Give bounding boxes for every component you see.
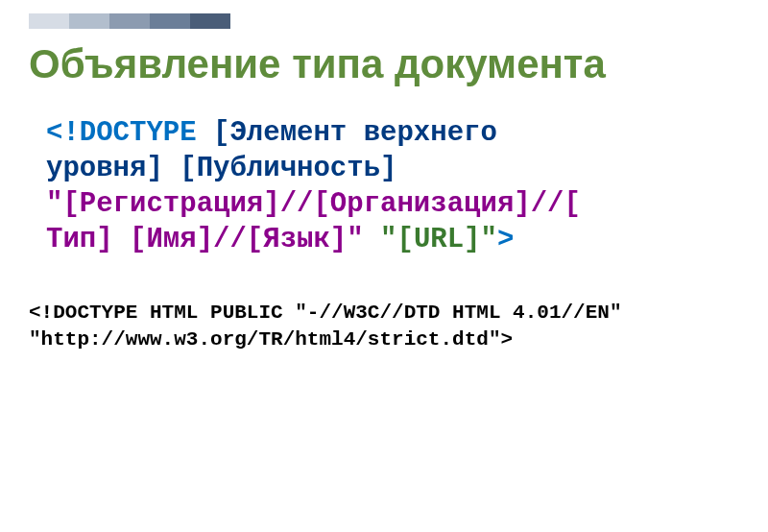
sp — [364, 224, 380, 255]
accent-seg-5 — [190, 13, 230, 29]
slide: Объявление типа документа <!DOCTYPE [Эле… — [0, 0, 768, 532]
accent-seg-1 — [29, 13, 69, 29]
sp — [113, 224, 130, 255]
syntax-type: Тип] — [46, 224, 113, 255]
syntax-top-element-1: [Элемент верхнего — [213, 117, 497, 149]
syntax-quote-close: " — [347, 224, 363, 255]
accent-seg-3 — [109, 13, 150, 29]
accent-seg-2 — [69, 13, 109, 29]
syntax-gt: > — [497, 224, 514, 255]
syntax-top-element-2: уровня] — [46, 153, 163, 184]
accent-seg-4 — [150, 13, 190, 29]
syntax-url: "[URL]" — [380, 224, 497, 255]
example-line-2: "http://www.w3.org/TR/html4/strict.dtd"> — [29, 326, 739, 353]
syntax-doctype-open: <!DOCTYPE — [46, 117, 213, 149]
example-line-1: <!DOCTYPE HTML PUBLIC "-//W3C//DTD HTML … — [29, 300, 739, 326]
page-title: Объявление типа документа — [29, 42, 739, 86]
doctype-example: <!DOCTYPE HTML PUBLIC "-//W3C//DTD HTML … — [29, 300, 739, 354]
syntax-name-lang: [Имя]//[Язык] — [130, 224, 347, 255]
syntax-publicity: [Публичность] — [180, 153, 396, 184]
doctype-syntax: <!DOCTYPE [Элемент верхнего уровня] [Пуб… — [46, 115, 739, 257]
syntax-quote-open: " — [46, 188, 62, 220]
accent-bar — [29, 13, 230, 29]
sp — [163, 153, 180, 184]
syntax-reg-org: [Регистрация]//[Организация]//[ — [62, 188, 581, 220]
